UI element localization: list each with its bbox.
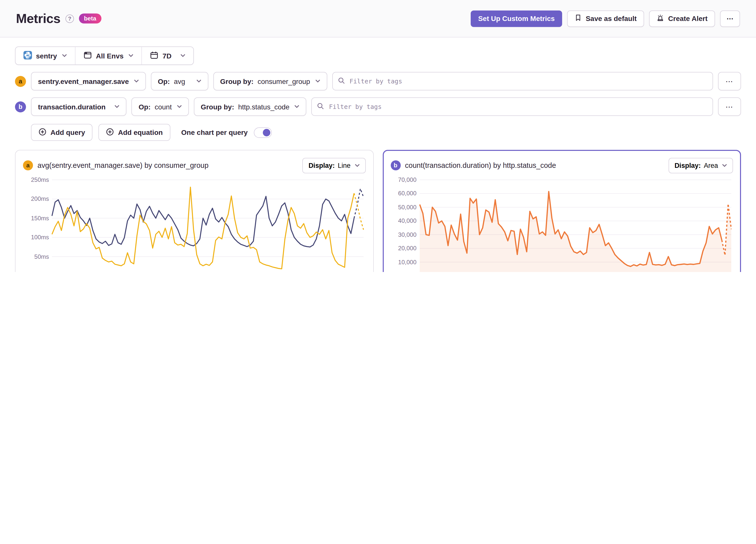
metric-name-a: sentry.event_manager.save [38, 77, 129, 85]
save-as-default-button[interactable]: Save as default [567, 10, 644, 27]
alert-siren-icon [657, 14, 664, 23]
environment-window-icon [83, 51, 92, 61]
environment-filter[interactable]: All Envs [75, 47, 142, 64]
chart-title-b: count(transaction.duration) by http.stat… [405, 161, 664, 169]
project-filter[interactable]: sentry [15, 47, 75, 64]
op-select-b[interactable]: Op: count [132, 97, 189, 116]
tag-filter-b [312, 97, 713, 116]
ellipsis-icon: ⋯ [726, 77, 734, 86]
chart-panel-a-header: a avg(sentry.event_manager.save) by cons… [23, 157, 366, 174]
chevron-down-icon [355, 164, 360, 167]
op-label-a: Op: [158, 77, 170, 85]
op-label-b: Op: [139, 103, 151, 111]
op-select-a[interactable]: Op: avg [151, 72, 208, 90]
y-tick-label: 50ms [34, 253, 49, 260]
y-tick-label: 150ms [31, 215, 49, 222]
y-tick-label: 10,000 [398, 259, 416, 266]
chevron-down-icon [315, 79, 320, 83]
add-equation-button[interactable]: Add equation [98, 124, 170, 141]
chevron-down-icon [180, 54, 185, 57]
chart-panel-b[interactable]: b count(transaction.duration) by http.st… [382, 150, 741, 272]
date-range-label: 7D [163, 52, 172, 60]
page-title: Metrics [16, 11, 60, 26]
metric-name-b: transaction.duration [38, 103, 106, 111]
calendar-icon [150, 51, 159, 61]
chart-plot-area[interactable] [419, 180, 731, 272]
date-range-filter[interactable]: 7D [142, 47, 194, 64]
plus-circle-icon [38, 128, 46, 137]
create-alert-button[interactable]: Create Alert [649, 10, 715, 27]
y-tick-label: 200ms [31, 196, 49, 203]
chevron-down-icon [115, 105, 120, 108]
create-alert-label: Create Alert [668, 14, 708, 22]
line-chart-a[interactable]: 0ms50ms100ms150ms200ms250msMar 13 12:00 … [23, 176, 366, 272]
display-select-b[interactable]: Display: Area [669, 158, 733, 173]
project-filter-label: sentry [36, 52, 57, 60]
display-label: Display: [675, 162, 701, 169]
ellipsis-icon: ⋯ [727, 14, 734, 22]
chart-plot-area[interactable] [52, 180, 364, 272]
y-axis: 0ms50ms100ms150ms200ms250ms [23, 180, 49, 272]
display-value-a: Line [338, 162, 351, 169]
add-equation-label: Add equation [118, 128, 163, 136]
main-content: sentry All Envs 7D a sentry.event_manage… [0, 37, 756, 272]
page-filter-bar: sentry All Envs 7D [15, 46, 194, 65]
save-as-default-label: Save as default [586, 14, 637, 22]
charts-row: a avg(sentry.event_manager.save) by cons… [15, 150, 741, 272]
groupby-value-b: http.status_code [238, 103, 290, 111]
search-icon [338, 77, 345, 86]
tag-filter-input-a[interactable] [332, 72, 713, 90]
query-row-b: b transaction.duration Op: count Group b… [15, 97, 741, 116]
beta-badge: beta [79, 13, 101, 24]
query-badge-b: b [390, 160, 400, 170]
tag-filter-a [332, 72, 713, 90]
one-chart-per-query-toggle[interactable] [254, 127, 272, 138]
one-chart-per-query-label: One chart per query [181, 128, 248, 136]
query-more-button-a[interactable]: ⋯ [718, 72, 741, 90]
display-label: Display: [309, 162, 335, 169]
chart-panel-a[interactable]: a avg(sentry.event_manager.save) by cons… [15, 150, 374, 272]
python-project-icon [23, 51, 32, 61]
groupby-select-b[interactable]: Group by: http.status_code [194, 97, 306, 116]
area-chart-b[interactable]: 010,00020,00030,00040,00050,00060,00070,… [390, 176, 733, 272]
environment-filter-label: All Envs [96, 52, 124, 60]
display-value-b: Area [704, 162, 718, 169]
display-select-a[interactable]: Display: Line [303, 158, 366, 173]
setup-custom-metrics-button[interactable]: Set Up Custom Metrics [471, 10, 562, 27]
chart-title-a: avg(sentry.event_manager.save) by consum… [37, 161, 298, 169]
setup-custom-metrics-label: Set Up Custom Metrics [478, 14, 555, 22]
header-more-button[interactable]: ⋯ [720, 10, 740, 27]
op-value-a: avg [174, 77, 185, 85]
metric-select-b[interactable]: transaction.duration [31, 97, 127, 116]
query-actions-row: Add query Add equation One chart per que… [15, 124, 741, 141]
y-tick-label: 70,000 [398, 176, 416, 183]
chevron-down-icon [295, 105, 300, 108]
y-tick-label: 60,000 [398, 190, 416, 197]
query-badge-a: a [15, 76, 26, 87]
plus-circle-icon [106, 128, 114, 137]
groupby-value-a: consumer_group [258, 77, 310, 85]
y-tick-label: 100ms [31, 234, 49, 241]
y-tick-label: 30,000 [398, 231, 416, 238]
query-more-button-b[interactable]: ⋯ [718, 97, 741, 116]
y-tick-label: 50,000 [398, 204, 416, 211]
query-badge-b: b [15, 101, 26, 112]
y-tick-label: 20,000 [398, 245, 416, 252]
chevron-down-icon [722, 164, 727, 167]
query-row-a: a sentry.event_manager.save Op: avg Grou… [15, 72, 741, 90]
chevron-down-icon [196, 79, 201, 83]
chevron-down-icon [62, 54, 67, 57]
page-header: Metrics ? beta Set Up Custom Metrics Sav… [0, 0, 756, 37]
help-icon[interactable]: ? [65, 14, 74, 23]
y-axis: 010,00020,00030,00040,00050,00060,00070,… [390, 180, 416, 272]
metric-select-a[interactable]: sentry.event_manager.save [31, 72, 146, 90]
groupby-select-a[interactable]: Group by: consumer_group [213, 72, 327, 90]
add-query-button[interactable]: Add query [31, 124, 92, 141]
search-icon [317, 102, 325, 112]
tag-filter-input-b[interactable] [312, 97, 713, 116]
metrics-page: Metrics ? beta Set Up Custom Metrics Sav… [0, 0, 756, 272]
chevron-down-icon [134, 79, 139, 83]
y-tick-label: 250ms [31, 176, 49, 183]
toggle-knob [263, 129, 270, 136]
query-badge-a: a [23, 160, 33, 170]
